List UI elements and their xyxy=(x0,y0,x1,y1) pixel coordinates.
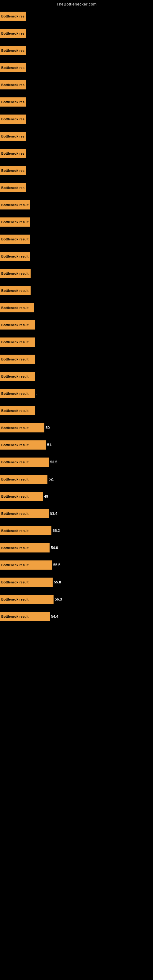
bar-label: Bottleneck res xyxy=(0,115,26,124)
bar-label: Bottleneck result xyxy=(0,337,30,347)
bar-row: Bottleneck result53.5 xyxy=(0,453,153,471)
bar-value: . xyxy=(37,391,37,396)
bar-row: Bottleneck result54.6 xyxy=(0,539,153,557)
bar-row: Bottleneck result55.8 xyxy=(0,574,153,591)
bar-label: Bottleneck result xyxy=(0,560,30,570)
bar-row: Bottleneck result xyxy=(0,282,153,299)
bar-label: Bottleneck result xyxy=(0,355,30,364)
bar-value: 50 xyxy=(46,426,49,430)
bar-label: Bottleneck result xyxy=(0,578,30,587)
bar-value: 55.8 xyxy=(54,580,61,584)
bar-label: Bottleneck result xyxy=(0,389,30,398)
bar-row: Bottleneck result55.5 xyxy=(0,557,153,574)
bar-row: Bottleneck result50 xyxy=(0,419,153,436)
bar-label: Bottleneck result xyxy=(0,269,30,278)
bar-row: Bottleneck result xyxy=(0,299,153,317)
bar-label: Bottleneck result xyxy=(0,235,30,244)
bar-row: Bottleneck result51. xyxy=(0,436,153,453)
bar-value: 54.6 xyxy=(51,546,58,550)
bar-label: Bottleneck result xyxy=(0,200,30,210)
bar-row: Bottleneck res xyxy=(0,59,153,76)
bar-label: Bottleneck result xyxy=(0,526,30,535)
bar-row: Bottleneck result53.4 xyxy=(0,505,153,522)
bar-row: Bottleneck result xyxy=(0,334,153,351)
bar-label: Bottleneck result xyxy=(0,475,30,484)
bar-value: 51. xyxy=(47,443,52,447)
bar-value: 56.3 xyxy=(55,597,62,601)
bar-label: Bottleneck res xyxy=(0,97,26,107)
bar-value: 55.2 xyxy=(53,528,60,533)
bar-label: Bottleneck result xyxy=(0,406,30,415)
bar-row: Bottleneck res xyxy=(0,76,153,94)
bar-row: Bottleneck res xyxy=(0,179,153,196)
bar-label: Bottleneck res xyxy=(0,80,26,89)
bar-row: Bottleneck res xyxy=(0,128,153,145)
bar-row: Bottleneck result56.3 xyxy=(0,591,153,608)
bar-row: Bottleneck result52. xyxy=(0,471,153,488)
bar-label: Bottleneck result xyxy=(0,320,30,329)
bar-label: Bottleneck result xyxy=(0,286,30,295)
bar-row: Bottleneck result xyxy=(0,265,153,282)
bar-label: Bottleneck result xyxy=(0,612,30,621)
site-title: TheBottlenecker.com xyxy=(0,0,153,8)
bar-label: Bottleneck result xyxy=(0,423,30,433)
bar-value: 49 xyxy=(44,494,48,499)
bar-row: Bottleneck res xyxy=(0,94,153,111)
bar-value: 53.4 xyxy=(50,511,57,516)
bar-row: Bottleneck result xyxy=(0,317,153,334)
bar-label: Bottleneck result xyxy=(0,458,30,467)
bar-row: Bottleneck result xyxy=(0,351,153,368)
bar-row: Bottleneck result49 xyxy=(0,488,153,505)
bar-label: Bottleneck result xyxy=(0,509,30,518)
bar-row: Bottleneck result xyxy=(0,213,153,231)
bar-label: Bottleneck res xyxy=(0,149,26,158)
bar-row: Bottleneck res xyxy=(0,8,153,25)
bar-value: 55.5 xyxy=(53,563,60,567)
bar-label: Bottleneck res xyxy=(0,12,26,21)
bar-label: Bottleneck result xyxy=(0,492,30,501)
bar-label: Bottleneck result xyxy=(0,595,30,604)
bar-label: Bottleneck res xyxy=(0,46,26,55)
bar-row: Bottleneck result xyxy=(0,402,153,419)
bar-label: Bottleneck res xyxy=(0,166,26,175)
bar-label: Bottleneck res xyxy=(0,29,26,38)
bar-row: Bottleneck res xyxy=(0,25,153,42)
bar-label: Bottleneck result xyxy=(0,252,30,261)
bar-row: Bottleneck result55.2 xyxy=(0,522,153,539)
bar-row: Bottleneck res xyxy=(0,111,153,128)
bar-row: Bottleneck result xyxy=(0,231,153,248)
bar-label: Bottleneck res xyxy=(0,63,26,72)
bar-value: 54.4 xyxy=(51,614,58,619)
bar-row: Bottleneck result xyxy=(0,196,153,213)
chart-area: Bottleneck resBottleneck resBottleneck r… xyxy=(0,8,153,631)
bar-value: 52. xyxy=(49,477,54,481)
bar-value: 53.5 xyxy=(50,460,57,464)
bar-row: Bottleneck result xyxy=(0,248,153,265)
bar-row: Bottleneck result. xyxy=(0,385,153,402)
bar-label: Bottleneck result xyxy=(0,441,30,450)
bar-row: Bottleneck res xyxy=(0,42,153,59)
bar-label: Bottleneck result xyxy=(0,303,30,312)
bar-row: Bottleneck result xyxy=(0,368,153,385)
bar-row: Bottleneck res xyxy=(0,162,153,179)
bar-row: Bottleneck res xyxy=(0,145,153,162)
bar-row: Bottleneck result54.4 xyxy=(0,608,153,625)
bar-label: Bottleneck result xyxy=(0,218,30,227)
bar-label: Bottleneck result xyxy=(0,543,30,552)
bar-label: Bottleneck res xyxy=(0,183,26,192)
bar-label: Bottleneck result xyxy=(0,372,30,381)
bar-label: Bottleneck res xyxy=(0,132,26,141)
